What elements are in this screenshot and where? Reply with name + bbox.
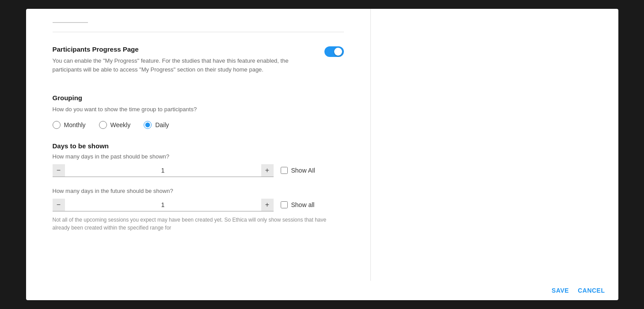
future-days-stepper: − 1 +: [53, 199, 274, 211]
modal-container: Participants Progress Page You can enabl…: [26, 9, 618, 300]
radio-daily[interactable]: Daily: [144, 121, 169, 129]
past-days-increment-button[interactable]: +: [261, 164, 274, 177]
radio-weekly-label: Weekly: [111, 121, 131, 128]
future-days-label: How many days in the future should be sh…: [53, 188, 344, 194]
future-days-subsection: How many days in the future should be sh…: [53, 188, 344, 232]
radio-monthly-input[interactable]: [53, 121, 61, 129]
future-days-stepper-row: − 1 + Show all: [53, 199, 344, 211]
participants-progress-row: Participants Progress Page You can enabl…: [53, 45, 344, 81]
past-days-subsection: How many days in the past should be show…: [53, 153, 344, 177]
past-show-all-row: Show AIl: [281, 167, 315, 174]
toggle-slider: [324, 46, 344, 57]
past-days-label: How many days in the past should be show…: [53, 153, 344, 160]
future-show-all-label: Show all: [291, 201, 315, 208]
participants-progress-desc: You can enable the "My Progress" feature…: [53, 57, 316, 74]
participants-progress-section: Participants Progress Page You can enabl…: [53, 45, 344, 81]
modal-footer: SAVE CANCEL: [26, 281, 618, 300]
top-divider: [53, 32, 344, 32]
past-show-all-checkbox[interactable]: [281, 167, 288, 174]
future-note-text: Not all of the upcoming sessions you exp…: [53, 216, 344, 232]
left-panel: Participants Progress Page You can enabl…: [26, 9, 371, 281]
past-days-stepper: − 1 +: [53, 164, 274, 177]
radio-weekly[interactable]: Weekly: [99, 121, 131, 129]
right-panel: [371, 9, 618, 281]
days-section-title: Days to be shown: [53, 142, 344, 150]
future-show-all-row: Show all: [281, 201, 315, 208]
past-days-decrement-button[interactable]: −: [53, 164, 65, 177]
save-button[interactable]: SAVE: [552, 287, 569, 294]
past-show-all-label: Show AIl: [291, 167, 315, 174]
radio-monthly[interactable]: Monthly: [53, 121, 86, 129]
future-days-decrement-button[interactable]: −: [53, 199, 65, 211]
grouping-section: Grouping How do you want to show the tim…: [53, 94, 344, 129]
top-line-decoration: [53, 22, 88, 23]
cancel-button[interactable]: CANCEL: [578, 287, 605, 294]
future-days-increment-button[interactable]: +: [261, 199, 274, 211]
future-show-all-checkbox[interactable]: [281, 201, 288, 208]
past-days-stepper-row: − 1 + Show AIl: [53, 164, 344, 177]
radio-daily-input[interactable]: [144, 121, 152, 129]
future-days-value: 1: [65, 200, 261, 210]
grouping-desc: How do you want to show the time group t…: [53, 105, 344, 114]
radio-weekly-input[interactable]: [99, 121, 107, 129]
grouping-title: Grouping: [53, 94, 344, 102]
grouping-radio-group: Monthly Weekly Daily: [53, 121, 344, 129]
participants-progress-toggle[interactable]: [324, 46, 344, 57]
days-to-be-shown-section: Days to be shown How many days in the pa…: [53, 142, 344, 232]
participants-progress-text: Participants Progress Page You can enabl…: [53, 45, 324, 81]
modal-body: Participants Progress Page You can enabl…: [26, 9, 618, 281]
radio-daily-label: Daily: [155, 121, 169, 128]
radio-monthly-label: Monthly: [64, 121, 86, 128]
past-days-value: 1: [65, 165, 261, 176]
participants-progress-title: Participants Progress Page: [53, 45, 316, 53]
